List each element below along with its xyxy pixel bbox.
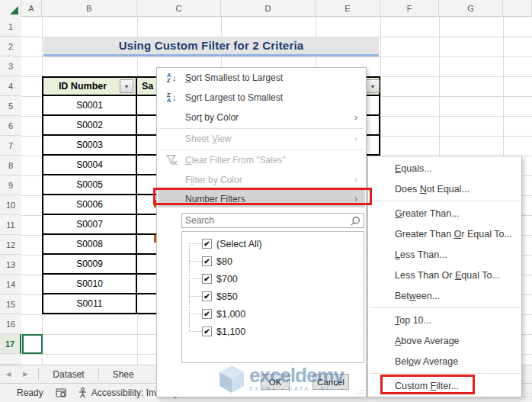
row-header-9[interactable]: 9 [0,175,21,195]
checkbox-checked[interactable]: ✔ [202,239,212,249]
checkbox-checked[interactable]: ✔ [202,256,212,266]
window-resize-grip[interactable]: .:: [524,391,532,398]
table-cell-clipped[interactable] [137,96,158,116]
row-header-12[interactable]: 12 [0,235,21,255]
cancel-button[interactable]: Cancel [312,374,349,390]
table-cell-clipped[interactable] [137,175,158,195]
row-header-strip: 1234567891011121314151617 [0,17,21,365]
row-header-7[interactable]: 7 [0,136,21,156]
submenu-item-greater-than-or-equal-to[interactable]: Greater Than Or Equal To... [368,224,521,244]
submenu-separator [370,307,520,308]
table-cell-clipped[interactable] [137,275,158,294]
macro-record-icon[interactable] [56,388,67,398]
tab-scroll-right-icon[interactable]: ▶ [23,371,27,378]
row-header-13[interactable]: 13 [0,255,21,275]
row-header-15[interactable]: 15 [0,294,21,314]
submenu-item-less-than-or-equal-to[interactable]: Less Than Or Equal To... [368,265,521,285]
submenu-item-below-average[interactable]: Below Average [368,351,521,371]
column-header-A[interactable]: A [21,0,42,17]
row-header-4[interactable]: 4 [0,76,21,96]
checkbox-checked[interactable]: ✔ [202,274,212,284]
menu-resize-grip[interactable]: .:: [357,388,365,395]
table-cell-clipped[interactable] [137,136,158,156]
search-icon[interactable] [350,216,361,230]
table-cell-clipped[interactable] [137,156,158,175]
filter-value-row[interactable]: ✔(Select All) [182,235,364,252]
accessibility-checker-icon[interactable] [78,388,88,398]
menu-item-label: Sort Largest to Smallest [185,92,283,103]
column-header-F[interactable]: F [380,0,439,17]
table-cell-id[interactable]: S0008 [42,235,137,255]
checkbox-checked[interactable]: ✔ [202,291,212,301]
column-header-E[interactable]: E [316,0,380,17]
row-header-2[interactable]: 2 [0,37,21,56]
table-header-id-number[interactable]: ID Number▼ [42,76,137,96]
submenu-item-does-not-equal[interactable]: Does Not Equal... [368,178,521,199]
row-header-16[interactable]: 16 [0,314,21,334]
table-header-right-sliver[interactable]: ▼ [366,76,380,96]
column-header-partial[interactable] [503,0,532,17]
menu-item-sort-by-color[interactable]: Sort by Color› [158,108,365,127]
table-cell-clipped[interactable] [367,116,380,136]
submenu-item-equals[interactable]: Equals... [368,158,521,178]
checkbox-checked[interactable]: ✔ [202,309,212,319]
filter-value-row[interactable]: ✔$850 [182,288,364,305]
table-cell-id[interactable]: S0007 [42,215,137,235]
row-header-partial[interactable] [0,354,21,365]
menu-item-label: Sort Smallest to Largest [185,72,283,83]
column-header-G[interactable]: G [439,0,503,17]
row-header-3[interactable]: 3 [0,56,21,76]
table-cell-clipped[interactable] [367,136,380,156]
ok-button[interactable]: OK [261,374,290,390]
row-header-11[interactable]: 11 [0,215,21,235]
table-cell-clipped[interactable] [137,215,158,235]
submenu-chevron-icon: › [354,112,357,123]
table-cell-id[interactable]: S0002 [42,116,137,136]
table-cell-id[interactable]: S0003 [42,136,137,156]
id-filter-button[interactable]: ▼ [120,79,133,93]
filter-value-row[interactable]: ✔$80 [182,252,364,270]
submenu-item-greater-than[interactable]: Greater Than... [368,203,521,224]
row-header-10[interactable]: 10 [0,195,21,215]
sheet-tab-shee[interactable]: Shee [104,365,143,384]
row-header-17[interactable]: 17 [0,334,21,354]
column-header-D[interactable]: D [221,0,316,17]
submenu-item-above-average[interactable]: Above Average [368,330,521,351]
table-cell-clipped[interactable] [137,294,158,314]
menu-item-sort-smallest-to-largest[interactable]: AZ↓Sort Smallest to Largest [158,68,365,88]
table-cell-id[interactable]: S0006 [42,195,137,215]
column-header-C[interactable]: C [137,0,221,17]
menu-item-sort-largest-to-smallest[interactable]: ZA↓Sort Largest to Smallest [158,88,365,108]
submenu-item-between[interactable]: Between... [368,285,521,306]
menu-item-number-filters[interactable]: Number Filters› [158,190,365,207]
submenu-item-less-than[interactable]: Less Than... [368,244,521,265]
tab-scroll-left-icon[interactable]: ◀ [6,371,11,378]
row-header-5[interactable]: 5 [0,96,21,116]
table-cell-clipped[interactable] [137,116,158,136]
table-cell-id[interactable]: S0005 [42,175,137,195]
column-header-B[interactable]: B [42,0,137,17]
filter-value-row[interactable]: ✔$1,000 [182,305,364,323]
table-cell-clipped[interactable] [137,255,158,275]
checkbox-checked[interactable]: ✔ [202,326,212,336]
submenu-item-top-10[interactable]: Top 10... [368,310,521,330]
table-cell-id[interactable]: S0011 [42,294,137,314]
sales-filter-button[interactable]: ▼ [366,79,380,93]
table-cell-id[interactable]: S0001 [42,96,137,116]
sheet-tab-dataset[interactable]: Dataset [43,365,93,384]
filter-value-row[interactable]: ✔$700 [182,270,364,288]
select-all-corner[interactable] [0,0,21,17]
table-header-sales-partial[interactable]: Sa [137,76,158,96]
search-input[interactable] [182,214,348,227]
row-header-14[interactable]: 14 [0,275,21,294]
table-cell-id[interactable]: S0004 [42,156,137,175]
row-header-1[interactable]: 1 [0,17,21,37]
table-cell-id[interactable]: S0010 [42,275,137,294]
filter-value-row[interactable]: ✔$1,100 [182,323,364,340]
row-header-8[interactable]: 8 [0,156,21,175]
submenu-item-custom-filter[interactable]: Custom Filter... [368,375,521,396]
table-cell-id[interactable]: S0009 [42,255,137,275]
row-header-6[interactable]: 6 [0,116,21,136]
table-cell-clipped[interactable] [367,96,380,116]
filter-value-label: $80 [216,256,232,267]
